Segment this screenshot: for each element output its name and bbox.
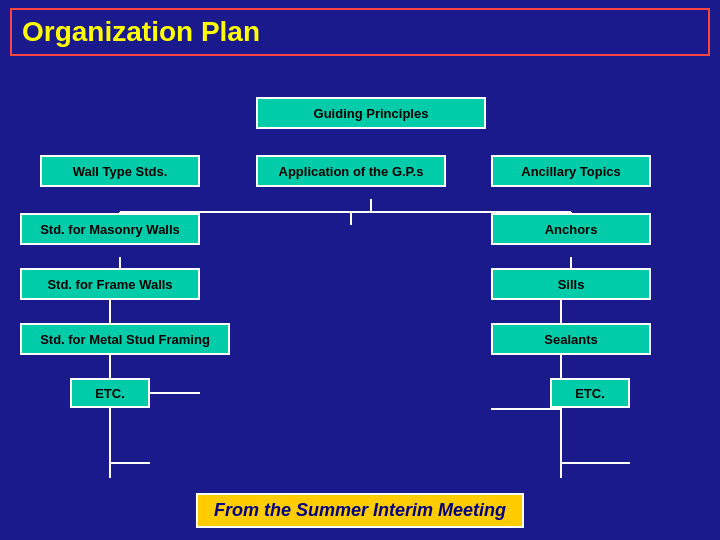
footer-text: From the Summer Interim Meeting (214, 500, 506, 520)
node-anchors: Anchors (491, 213, 651, 245)
node-sills: Sills (491, 268, 651, 300)
node-std-metal: Std. for Metal Stud Framing (20, 323, 230, 355)
node-etc-right: ETC. (550, 378, 630, 408)
diagram: Guiding Principles Wall Type Stds. Appli… (10, 70, 710, 480)
node-std-frame: Std. for Frame Walls (20, 268, 200, 300)
node-application-gps: Application of the G.P.s (256, 155, 446, 187)
footer-box: From the Summer Interim Meeting (196, 493, 524, 528)
node-sealants: Sealants (491, 323, 651, 355)
node-ancillary-topics: Ancillary Topics (491, 155, 651, 187)
node-etc-left: ETC. (70, 378, 150, 408)
node-std-masonry: Std. for Masonry Walls (20, 213, 200, 245)
node-guiding-principles: Guiding Principles (256, 97, 486, 129)
node-wall-type-stds: Wall Type Stds. (40, 155, 200, 187)
title-box: Organization Plan (10, 8, 710, 56)
page-title: Organization Plan (22, 16, 260, 47)
